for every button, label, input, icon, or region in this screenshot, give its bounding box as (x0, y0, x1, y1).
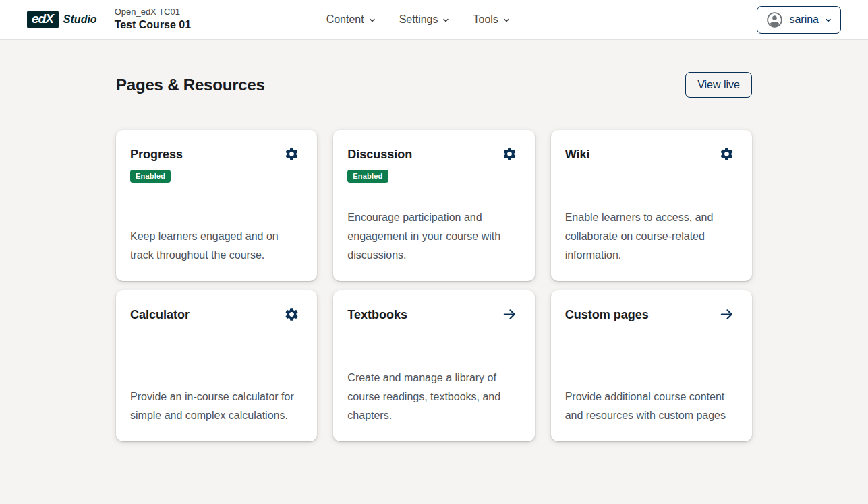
studio-logo[interactable]: edX Studio (27, 0, 97, 39)
arrow-forward-icon (502, 307, 517, 322)
nav-tools-menu[interactable]: Tools (461, 0, 521, 39)
main-nav: Content Settings Tools (312, 0, 522, 39)
nav-settings-menu[interactable]: Settings (388, 0, 462, 39)
header-spacer (522, 0, 757, 39)
arrow-forward-icon (719, 307, 734, 322)
chevron-down-icon (824, 16, 832, 24)
edx-logo: edX (27, 11, 59, 29)
card-header: Progress (130, 145, 301, 163)
card-title: Discussion (347, 145, 412, 162)
resource-card: Textbooks Create and manage a library of… (333, 290, 534, 441)
card-description: Provide additional course content and re… (565, 387, 736, 425)
card-description: Keep learners engaged and on track throu… (130, 227, 301, 265)
card-title: Calculator (130, 305, 190, 322)
enabled-badge: Enabled (130, 170, 171, 183)
settings-icon (502, 146, 517, 162)
enabled-badge: Enabled (347, 170, 388, 183)
card-title: Wiki (565, 145, 590, 162)
resource-card: Progress Enabled Keep learners engaged a… (116, 130, 317, 281)
studio-logo-label: Studio (63, 13, 97, 26)
user-menu-button[interactable]: sarina (757, 6, 841, 34)
card-action-button[interactable] (283, 305, 301, 323)
card-description: Create and manage a library of course re… (347, 369, 518, 425)
top-header: edX Studio Open_edX TC01 Test Course 01 … (0, 0, 868, 40)
card-description: Provide an in-course calculator for simp… (130, 387, 301, 425)
settings-icon (719, 146, 734, 162)
avatar-icon (765, 11, 784, 29)
course-info: Open_edX TC01 Test Course 01 (115, 0, 312, 39)
card-header: Discussion (347, 145, 518, 163)
resource-card: Wiki Enable learners to access, and coll… (551, 130, 752, 281)
card-header: Wiki (565, 145, 736, 163)
nav-settings-label: Settings (399, 13, 438, 26)
page-title: Pages & Resources (116, 75, 265, 94)
card-action-button[interactable] (718, 145, 736, 163)
card-action-button[interactable] (718, 305, 736, 323)
card-title: Custom pages (565, 305, 649, 322)
page-header: Pages & Resources View live (116, 72, 752, 98)
card-action-button[interactable] (283, 145, 301, 163)
course-org-number: Open_edX TC01 (115, 7, 312, 18)
card-action-button[interactable] (500, 145, 519, 163)
card-description: Enable learners to access, and collabora… (565, 208, 736, 265)
username-label: sarina (789, 13, 819, 26)
cards-grid: Progress Enabled Keep learners engaged a… (116, 130, 752, 441)
resource-card: Discussion Enabled Encourage participati… (333, 130, 534, 281)
card-header: Textbooks (347, 305, 518, 323)
nav-content-label: Content (326, 13, 364, 26)
resource-card: Calculator Provide an in-course calculat… (116, 290, 317, 441)
card-action-button[interactable] (500, 305, 519, 323)
view-live-button[interactable]: View live (685, 72, 752, 98)
course-title: Test Course 01 (115, 18, 312, 32)
settings-icon (284, 146, 299, 162)
pages-resources-page: Pages & Resources View live Progress Ena… (116, 40, 752, 441)
card-title: Progress (130, 145, 183, 162)
nav-tools-label: Tools (473, 13, 498, 26)
card-header: Calculator (130, 305, 301, 323)
chevron-down-icon (442, 16, 450, 24)
resource-card: Custom pages Provide additional course c… (551, 290, 752, 441)
card-title: Textbooks (347, 305, 407, 322)
card-description: Encourage participation and engagement i… (347, 208, 518, 265)
settings-icon (284, 307, 299, 322)
nav-content-menu[interactable]: Content (315, 0, 388, 39)
chevron-down-icon (368, 16, 376, 24)
card-header: Custom pages (565, 305, 736, 323)
chevron-down-icon (502, 16, 511, 24)
